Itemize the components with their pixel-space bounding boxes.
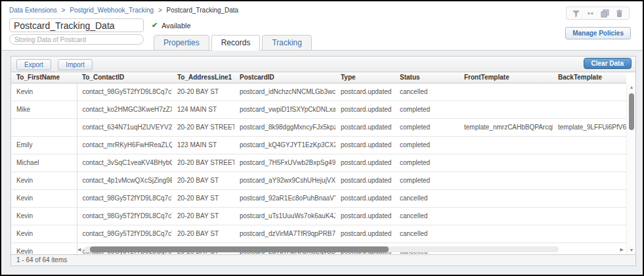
table-cell: postcard.updated <box>335 189 395 207</box>
clear-data-button[interactable]: Clear Data <box>584 58 632 69</box>
scroll-down-icon[interactable]: ▼ <box>627 248 635 252</box>
table-cell <box>459 83 553 101</box>
table-cell: Kevin <box>11 189 77 207</box>
column-header-type[interactable]: Type <box>335 72 395 83</box>
table-cell: 20-20 BAY ST <box>172 83 234 101</box>
column-header-postcardid[interactable]: PostcardID <box>234 72 335 83</box>
table-row[interactable]: Emilycontact_mrRKyH6FwHReaZLQdmKEvi123 M… <box>11 136 626 154</box>
table-cell: Kevin <box>11 172 77 189</box>
status-label: Available <box>161 22 190 30</box>
table-row[interactable]: contact_634N71uqHZUVEYV2evyE5o20-20 BAY … <box>11 118 626 136</box>
table-cell: postcard.updated <box>335 101 395 118</box>
table-cell: contact_98Gy5T2fYD9L8Cq7cVLCvf <box>77 225 172 242</box>
table-cell: postcard.updated <box>335 118 395 136</box>
delete-icon[interactable] <box>615 9 624 18</box>
data-extension-name-input[interactable] <box>9 18 144 32</box>
header-icon-toolbar <box>566 7 630 20</box>
table-header-row: To_FirstName To_ContactID To_AddressLine… <box>11 72 626 83</box>
table-cell: contact_98Gy5T2fYD9L8Cq7cVLCvf <box>77 207 172 225</box>
column-header-to-addressline1[interactable]: To_AddressLine1 <box>172 72 234 83</box>
horizontal-scrollbar[interactable] <box>85 246 559 252</box>
table-cell <box>553 225 626 242</box>
table-cell: Michael <box>11 154 77 172</box>
table-cell: cancelled <box>395 225 459 242</box>
table-cell: postcard.updated <box>335 172 395 189</box>
table-row[interactable]: Kevincontact_98Gy5T2fYD9L8Cq7cVLCvf20-20… <box>11 83 626 101</box>
table-row[interactable]: Kevincontact_98Gy5T2fYD9L8Cq7cVLCvf20-20… <box>11 207 626 225</box>
copy-icon[interactable] <box>601 9 609 18</box>
column-header-to-firstname[interactable]: To_FirstName <box>11 72 77 83</box>
export-button[interactable]: Export <box>16 59 51 70</box>
table-row[interactable]: Mikecontact_ko2HMGC3KweH7zZXXzQBGg124 MA… <box>11 101 626 118</box>
table-cell: Kevin <box>11 242 77 254</box>
table-cell <box>11 118 77 136</box>
record-count-label: 1 - 64 of 64 items <box>16 256 67 264</box>
description-input[interactable] <box>9 34 144 45</box>
table-cell <box>553 154 626 172</box>
records-table-body: Kevincontact_98Gy5T2fYD9L8Cq7cVLCvf20-20… <box>11 83 626 254</box>
table-cell <box>459 189 553 207</box>
table-cell: 20-20 BAY STREET <box>172 118 234 136</box>
scroll-right-icon[interactable]: ▶ <box>620 247 624 252</box>
column-header-status[interactable]: Status <box>395 72 459 83</box>
table-cell: contact_ko2HMGC3KweH7zZXXzQBGg <box>77 101 172 118</box>
record-count-footer: 1 - 64 of 64 items <box>11 254 635 265</box>
table-cell: postcard.updated <box>335 207 395 225</box>
records-table: To_FirstName To_ContactID To_AddressLine… <box>11 72 626 254</box>
records-table-area: To_FirstName To_ContactID To_AddressLine… <box>11 72 635 254</box>
tab-properties[interactable]: Properties <box>154 35 209 51</box>
import-button[interactable]: Import <box>58 59 92 70</box>
dots-icon[interactable] <box>586 9 595 18</box>
table-cell: postcard_kQ4GYJYT1EzKp3CX2hDa5b <box>234 136 335 154</box>
breadcrumb-postgrid-webhook-tracking[interactable]: Postgrid_Webhook_Tracking <box>70 7 154 14</box>
column-header-to-contactid[interactable]: To_ContactID <box>77 72 172 83</box>
table-cell: 20-20 BAY ST <box>172 172 234 189</box>
table-cell: 124 MAIN ST <box>172 101 234 118</box>
manage-policies-button[interactable]: Manage Policies <box>565 27 631 39</box>
table-cell: postcard_92aR1Ec8oPuhBnaaVYh5vc <box>234 189 335 207</box>
table-cell: 20-20 BAY STREET <box>172 154 234 172</box>
table-cell: contact_98Gy5T2fYD9L8Cq7cVLCvf <box>77 189 172 207</box>
table-row[interactable]: Kevincontact_98Gy5T2fYD9L8Cq7cVLCvf20-20… <box>11 225 626 242</box>
column-header-fronttemplate[interactable]: FrontTemplate <box>459 72 553 83</box>
tab-tracking[interactable]: Tracking <box>262 35 312 51</box>
table-cell: cancelled <box>395 83 459 101</box>
table-cell: postcard_dzVirMA7TfR9qpPRB7HJys <box>234 225 335 242</box>
vertical-scrollbar[interactable]: ▲ ▼ <box>626 83 635 254</box>
table-cell <box>553 172 626 189</box>
table-cell <box>459 225 553 242</box>
table-cell: Emily <box>11 136 77 154</box>
tab-records[interactable]: Records <box>211 35 261 51</box>
table-cell: contact_4p1vMcwQXcSjZing9EEJh3 <box>77 172 172 189</box>
table-cell: 20-20 BAY ST <box>172 189 234 207</box>
table-row[interactable]: Michaelcontact_3vSqC1veaKV4BHybQbKKm820-… <box>11 154 626 172</box>
breadcrumb-data-extensions[interactable]: Data Extensions <box>9 7 57 14</box>
table-cell: 123 MAIN ST <box>172 136 234 154</box>
table-cell: 20-20 BAY ST <box>172 207 234 225</box>
table-cell <box>553 101 626 118</box>
table-cell <box>459 154 553 172</box>
table-cell <box>459 136 553 154</box>
table-cell: completed <box>395 154 459 172</box>
table-row[interactable]: Kevincontact_98Gy5T2fYD9L8Cq7cVLCvf20-20… <box>11 189 626 207</box>
vertical-scrollbar-thumb[interactable] <box>629 93 634 130</box>
scroll-up-icon[interactable]: ▲ <box>627 85 635 89</box>
table-cell: Mike <box>11 101 77 118</box>
filter-icon[interactable] <box>572 9 580 18</box>
table-cell: postcard_idNchzcNNCMLGb3wcN8V8a <box>234 83 335 101</box>
table-cell: contact_mrRKyH6FwHReaZLQdmKEvi <box>77 136 172 154</box>
table-cell: template_9LFFUi6PfV6J3ZD4q2c. <box>553 118 626 136</box>
table-cell: postcard_8k98dggMxncyFJx5kpzoLQ <box>234 118 335 136</box>
horizontal-scrollbar-thumb[interactable] <box>90 246 389 252</box>
table-cell: postcard.updated <box>335 154 395 172</box>
table-cell: postcard.updated <box>335 225 395 242</box>
scroll-left-icon[interactable]: ◀ <box>77 247 81 252</box>
table-cell: postcard_7H5FxUVwb2BxpSg49ijjwJ <box>234 154 335 172</box>
table-cell: completed <box>395 172 459 189</box>
table-cell <box>553 136 626 154</box>
column-header-backtemplate[interactable]: BackTemplate <box>553 72 626 83</box>
table-row[interactable]: Kevincontact_4p1vMcwQXcSjZing9EEJh320-20… <box>11 172 626 189</box>
records-toolbar: Export Import Clear Data <box>11 57 635 72</box>
table-cell <box>553 207 626 225</box>
table-cell: completed <box>395 101 459 118</box>
